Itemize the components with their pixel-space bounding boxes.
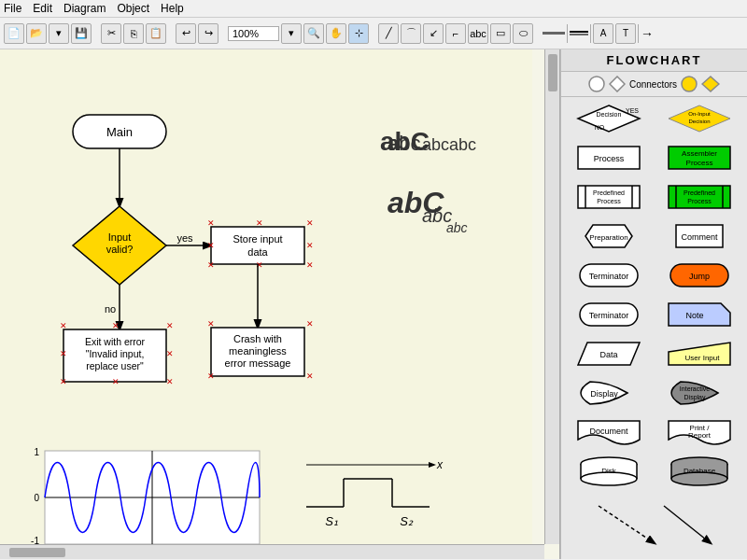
shape-on-input-decision[interactable]: On-Input Decision <box>656 101 744 136</box>
menu-object[interactable]: Object <box>117 2 149 15</box>
svg-text:✕: ✕ <box>256 260 263 270</box>
svg-text:Display: Display <box>590 389 618 399</box>
svg-line-131 <box>664 506 711 543</box>
open-dropdown[interactable]: ▾ <box>49 23 69 44</box>
canvas-svg: Main Input valid? yes Store input data ✕… <box>0 49 532 559</box>
canvas-container[interactable]: Main Input valid? yes Store input data ✕… <box>0 49 560 559</box>
svg-text:1: 1 <box>34 447 39 457</box>
copy-button[interactable]: ⎘ <box>123 23 144 44</box>
svg-text:Main: Main <box>106 125 133 139</box>
svg-text:NO: NO <box>595 124 605 131</box>
shape-predefined-process-green[interactable]: Predefined Process <box>656 179 744 215</box>
svg-text:Process: Process <box>593 154 624 163</box>
svg-line-130 <box>599 506 655 543</box>
font-tool[interactable]: T <box>615 23 636 44</box>
toolbar: 📄 📂 ▾ 💾 ✂ ⎘ 📋 ↩ ↪ 100% ▾ 🔍 ✋ ⊹ ╱ ⌒ ↙ ⌐ a… <box>0 18 747 49</box>
vscroll-thumb[interactable] <box>548 54 557 91</box>
shape-database[interactable]: Database <box>656 454 744 489</box>
svg-text:Input: Input <box>108 231 131 243</box>
svg-marker-73 <box>702 77 719 91</box>
new-button[interactable]: 📄 <box>4 23 24 44</box>
shape-note[interactable]: Note <box>656 297 744 332</box>
menu-edit[interactable]: Edit <box>33 2 52 15</box>
svg-text:error message: error message <box>225 357 291 369</box>
menu-file[interactable]: File <box>4 2 21 15</box>
undo-button[interactable]: ↩ <box>176 23 196 44</box>
svg-text:✕: ✕ <box>207 260 215 270</box>
svg-text:✕: ✕ <box>207 241 215 250</box>
menubar: File Edit Diagram Object Help <box>0 0 747 18</box>
svg-text:Process: Process <box>686 159 713 167</box>
svg-text:abc: abc <box>446 220 468 235</box>
shape-process[interactable]: Process <box>565 140 653 175</box>
svg-text:Crash with: Crash with <box>233 333 282 344</box>
shape-terminator[interactable]: Terminator <box>565 258 653 293</box>
svg-text:On-Input: On-Input <box>689 111 712 117</box>
text-tool[interactable]: abc <box>468 23 488 44</box>
main-area: Main Input valid? yes Store input data ✕… <box>0 49 747 559</box>
svg-point-70 <box>589 77 604 91</box>
redo-button[interactable]: ↪ <box>198 23 218 44</box>
zoom-dropdown[interactable]: ▾ <box>281 23 302 44</box>
svg-text:✕: ✕ <box>306 218 314 228</box>
svg-text:✕: ✕ <box>207 371 215 381</box>
save-button[interactable]: 💾 <box>71 23 92 44</box>
svg-text:replace user": replace user" <box>86 360 144 371</box>
corner-tool[interactable]: ⌐ <box>445 23 466 44</box>
shape-comment[interactable]: Comment <box>656 218 744 254</box>
svg-text:Interactive: Interactive <box>680 385 710 392</box>
shape-print-report[interactable]: Print / Report <box>656 414 744 450</box>
svg-text:abcabc: abcabc <box>422 135 476 154</box>
horizontal-scrollbar[interactable] <box>0 544 544 559</box>
menu-diagram[interactable]: Diagram <box>63 2 106 15</box>
menu-help[interactable]: Help <box>161 2 184 15</box>
zoom-input[interactable]: 100% <box>228 26 279 41</box>
open-button[interactable]: 📂 <box>26 23 47 44</box>
shape-data[interactable]: Data <box>565 336 653 371</box>
line-tool[interactable]: ╱ <box>378 23 399 44</box>
shape-grid: Decision YES NO On-Input Decision <box>561 97 747 493</box>
shape-jump[interactable]: Jump <box>656 258 744 293</box>
svg-text:0: 0 <box>34 493 39 503</box>
shape-predefined-process[interactable]: Predefined Process <box>565 179 653 215</box>
shape-interactive-display[interactable]: Interactive Display <box>656 375 744 411</box>
svg-text:meaningless: meaningless <box>229 345 287 357</box>
svg-text:Document: Document <box>589 427 628 436</box>
shape-user-input[interactable]: User Input <box>656 336 744 371</box>
svg-text:✕: ✕ <box>112 377 120 386</box>
select-tool[interactable]: ⊹ <box>348 23 369 44</box>
vertical-scrollbar[interactable] <box>544 49 559 544</box>
panel-connectors-svg <box>580 497 729 553</box>
svg-text:Jump: Jump <box>689 272 710 281</box>
svg-text:Process: Process <box>688 198 712 204</box>
color-tool[interactable]: A <box>593 23 613 44</box>
svg-text:Terminator: Terminator <box>588 311 628 320</box>
ellipse-tool[interactable]: ⬭ <box>513 23 533 44</box>
svg-text:Database: Database <box>684 467 716 475</box>
svg-text:✕: ✕ <box>60 321 67 330</box>
shape-display[interactable]: Display <box>565 375 653 411</box>
hand-tool[interactable]: ✋ <box>326 23 346 44</box>
shape-terminator2[interactable]: Terminator <box>565 297 653 332</box>
svg-text:Predefined: Predefined <box>593 189 625 196</box>
shape-decision[interactable]: Decision YES NO <box>565 101 653 136</box>
paste-button[interactable]: 📋 <box>146 23 166 44</box>
svg-text:✕: ✕ <box>166 349 174 358</box>
panel-scroll[interactable]: Connectors Decision YES NO <box>561 72 747 559</box>
cut-button[interactable]: ✂ <box>101 23 121 44</box>
shape-disk[interactable]: Disk <box>565 454 653 489</box>
hscroll-thumb[interactable] <box>9 548 65 557</box>
connector-tool[interactable]: ↙ <box>423 23 444 44</box>
arc-tool[interactable]: ⌒ <box>401 23 421 44</box>
shape-preparation[interactable]: Preparation <box>565 218 653 254</box>
svg-text:data: data <box>247 246 268 258</box>
connectors-row: Connectors <box>561 72 747 97</box>
rect-tool[interactable]: ▭ <box>490 23 511 44</box>
shape-document[interactable]: Document <box>565 414 653 450</box>
svg-text:✕: ✕ <box>306 241 314 250</box>
svg-text:Preparation: Preparation <box>589 233 627 242</box>
svg-text:✕: ✕ <box>166 321 174 330</box>
svg-text:Terminator: Terminator <box>588 272 628 281</box>
shape-assembler-process[interactable]: Assembler Process <box>656 140 744 175</box>
zoom-fit[interactable]: 🔍 <box>303 23 324 44</box>
